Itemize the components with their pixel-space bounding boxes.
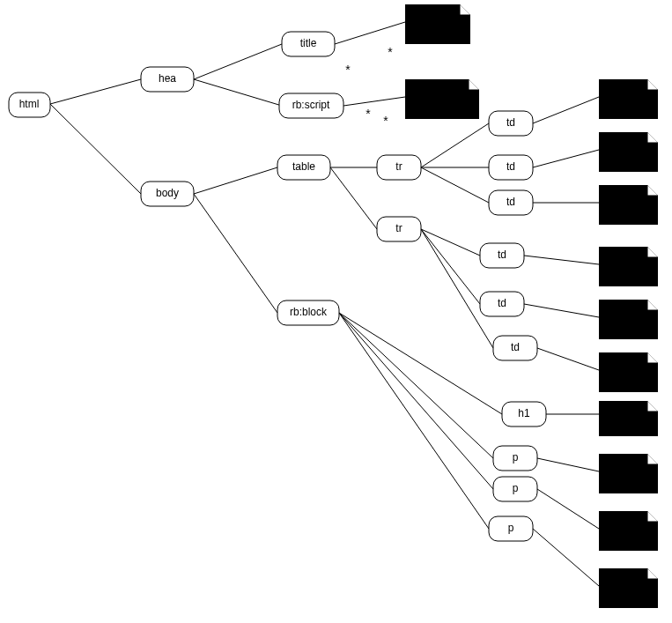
svg-text:title: title: [300, 37, 317, 49]
svg-line-4: [335, 22, 405, 44]
leaf-cell-9: cell text: [599, 568, 658, 608]
node-rbscript: rb:script: [279, 93, 343, 118]
svg-text:rb:block: rb:block: [290, 306, 328, 318]
svg-line-19: [524, 256, 599, 264]
svg-text:Java script: Java script: [410, 88, 457, 99]
svg-text:td: td: [511, 341, 520, 353]
node-td-3: td: [489, 190, 533, 215]
svg-line-5: [343, 97, 405, 106]
svg-text:td: td: [498, 248, 506, 261]
leaf-cell-2: cell text: [599, 132, 658, 172]
svg-text:cell text: cell text: [604, 308, 637, 319]
node-td-1: td: [489, 111, 533, 136]
svg-line-7: [194, 194, 277, 313]
node-body: body: [141, 182, 194, 206]
svg-text:td: td: [506, 196, 515, 208]
svg-line-12: [421, 167, 489, 203]
tree-diagram: * * * * html hea body title rb:script ta…: [0, 0, 672, 623]
node-tr-2: tr: [377, 217, 421, 241]
svg-line-17: [533, 150, 599, 167]
svg-line-10: [421, 123, 489, 167]
svg-line-0: [50, 79, 141, 104]
node-h1: h1: [502, 402, 546, 426]
node-tr-1: tr: [377, 155, 421, 180]
svg-text:td: td: [498, 297, 506, 309]
svg-text:cell text: cell text: [604, 463, 637, 473]
svg-text:tr: tr: [395, 160, 402, 173]
leaf-cell-1: cell text: [599, 79, 658, 119]
svg-text:cell text: cell text: [604, 577, 637, 588]
svg-line-9: [330, 167, 377, 229]
svg-line-2: [194, 44, 282, 79]
svg-line-6: [194, 167, 277, 194]
svg-line-24: [339, 313, 493, 489]
svg-line-16: [533, 97, 599, 123]
svg-text:p: p: [513, 482, 519, 494]
svg-text:cell text: cell text: [604, 520, 637, 530]
node-p-3: p: [489, 516, 533, 541]
svg-text:cell text: cell text: [604, 361, 637, 372]
svg-text:cell text: cell text: [604, 256, 637, 266]
leaf-rb-eval: rb:rb:eval: [599, 401, 658, 436]
star-2: *: [345, 63, 351, 77]
node-rbblock: rb:block: [277, 300, 339, 325]
svg-line-14: [421, 229, 480, 304]
svg-line-1: [50, 104, 141, 194]
node-p-1: p: [493, 446, 537, 471]
svg-text:rb:rb:eval: rb:rb:eval: [604, 410, 645, 420]
svg-text:tr: tr: [395, 222, 402, 234]
node-td-6: td: [493, 336, 537, 360]
svg-text:p: p: [513, 451, 519, 464]
leaf-javascript: Java script: [405, 79, 479, 119]
svg-text:body: body: [156, 187, 179, 199]
svg-line-29: [533, 529, 599, 586]
leaf-cell-5: cell text: [599, 300, 658, 339]
node-p-2: p: [493, 477, 537, 501]
node-td-4: td: [480, 243, 524, 268]
svg-text:table: table: [292, 160, 315, 173]
leaf-cell-4: cell text: [599, 247, 658, 286]
svg-text:p: p: [508, 522, 514, 534]
svg-text:html: html: [19, 98, 40, 110]
node-title: title: [282, 32, 335, 56]
svg-line-20: [524, 304, 599, 317]
svg-line-23: [339, 313, 493, 458]
node-hea: hea: [141, 67, 194, 92]
node-td-2: td: [489, 155, 533, 180]
svg-line-25: [339, 313, 489, 529]
svg-text:cell text: cell text: [604, 141, 637, 152]
leaf-text-title: Text Title: [405, 4, 470, 44]
leaf-cell-8: cell text: [599, 511, 658, 551]
svg-line-28: [537, 489, 599, 529]
node-table: table: [277, 155, 330, 180]
star-3: *: [366, 107, 371, 121]
node-td-5: td: [480, 292, 524, 316]
svg-text:Text Title: Text Title: [410, 13, 448, 24]
svg-text:hea: hea: [159, 72, 176, 85]
svg-line-22: [339, 313, 502, 414]
leaf-cell-6: cell text: [599, 352, 658, 392]
svg-line-21: [537, 348, 599, 370]
leaf-cell-7: cell text: [599, 454, 658, 493]
svg-text:h1: h1: [518, 407, 530, 419]
svg-text:td: td: [506, 160, 515, 173]
svg-line-13: [421, 229, 480, 256]
svg-text:cell text: cell text: [604, 194, 637, 204]
leaf-cell-3: cell text: [599, 185, 658, 225]
star-4: *: [383, 114, 388, 128]
node-html: html: [9, 93, 50, 117]
svg-text:cell text: cell text: [604, 88, 637, 99]
svg-line-3: [194, 79, 282, 106]
svg-line-27: [537, 458, 599, 471]
svg-text:rb:script: rb:script: [292, 99, 330, 111]
svg-text:td: td: [506, 116, 515, 129]
star-1: *: [388, 45, 393, 59]
